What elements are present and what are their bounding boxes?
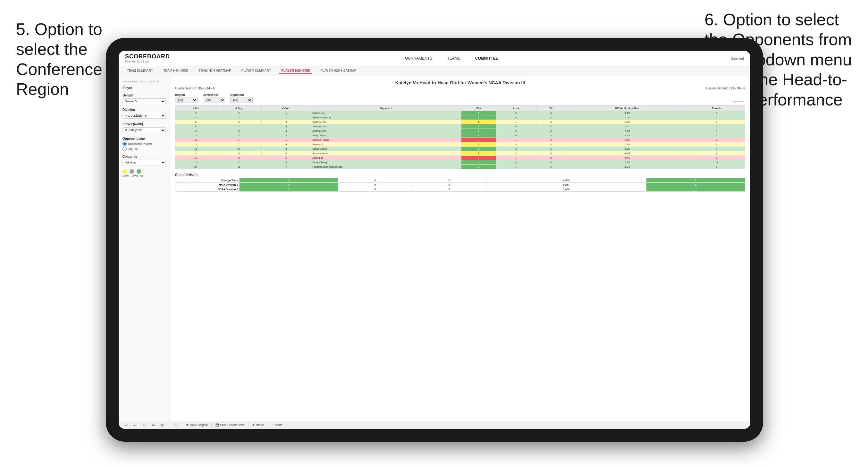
cell-reg: 6: [216, 129, 261, 133]
gender-select[interactable]: Women's: [123, 98, 166, 104]
nav-committee[interactable]: COMMITTEE: [473, 55, 501, 62]
division-select[interactable]: NCAA Division III: [123, 113, 166, 119]
cell-div: 6: [176, 120, 216, 124]
cell-div: 19: [176, 160, 216, 165]
cell-win: 1: [461, 115, 496, 120]
cell-tie: 0: [536, 129, 566, 133]
nav-tournaments[interactable]: TOURNAMENTS: [400, 55, 435, 62]
grid-icon[interactable]: ⊞: [160, 423, 165, 428]
colour-by-select[interactable]: Win/loss: [123, 160, 166, 165]
cell-conf: 5: [261, 133, 311, 138]
subnav-team-h2h-grid[interactable]: TEAM H2H GRID: [162, 68, 190, 74]
cell-loss: 1: [496, 165, 536, 169]
cell-opponent: Euna Lee: [311, 156, 461, 160]
cell-tie: 0: [536, 142, 566, 147]
table-row: 19 10 6 Emily Chang 4 0 0 0.30 11: [176, 160, 745, 165]
player-rank-select[interactable]: 8. Katelyn Vo: [123, 127, 166, 133]
division-label: Division: [123, 108, 166, 112]
subnav-player-h2h-heatmap[interactable]: PLAYER H2H HEATMAP: [318, 68, 358, 74]
nav-teams[interactable]: TEAMS: [444, 55, 463, 62]
radio-top100[interactable]: Top 100: [123, 147, 166, 151]
cell-tie: 0: [536, 124, 566, 129]
cell-loss: 1: [496, 156, 536, 160]
radio-opponents-played[interactable]: Opponents Played: [123, 142, 166, 146]
subnav-team-h2h-heatmap[interactable]: TEAM H2H HEATMAP: [197, 68, 233, 74]
cell-reg: 3: [216, 120, 261, 124]
player-rank-label: Player (Rank): [123, 122, 166, 126]
opponent-view-section: Opponent view Opponents Played Top 100: [123, 137, 166, 151]
share-btn[interactable]: ↑ Share: [272, 424, 282, 427]
cell-tie: 0: [536, 165, 566, 169]
watch-btn[interactable]: 👁 Watch: [252, 424, 264, 427]
undo2-icon[interactable]: ↩: [133, 423, 138, 428]
cell-rounds: 3: [688, 115, 745, 120]
opponent-view-radio-group: Opponents Played Top 100: [123, 142, 166, 151]
cell-opponent: Esther Lee: [311, 111, 461, 115]
cell-out-tie: 0: [412, 187, 486, 192]
cell-diff: 0.30: [566, 160, 688, 165]
cell-diff: -0.94: [566, 151, 688, 156]
cell-div: 11: [176, 133, 216, 138]
cell-opponent: Federica Domecq Lacroze: [311, 165, 461, 169]
redo-icon[interactable]: ↪: [142, 423, 147, 428]
cell-opponent: Sydney Kuo: [311, 120, 461, 124]
cell-diff: 0.38: [566, 142, 688, 147]
cell-div: 10: [176, 129, 216, 133]
cell-out-name: Foreign Team: [176, 178, 240, 183]
cell-diff: 4.00: [566, 129, 688, 133]
subnav-player-summary[interactable]: PLAYER SUMMARY: [240, 68, 273, 74]
cell-win: 1: [461, 151, 496, 156]
cell-win: 4: [461, 160, 496, 165]
main-nav: TOURNAMENTS TEAMS COMMITTEE: [400, 55, 501, 62]
undo-icon[interactable]: ↩: [124, 423, 129, 428]
cell-diff: 1.33: [566, 165, 688, 169]
sign-out[interactable]: Sign out: [731, 56, 744, 60]
table-row: 15 8 5 Stella Cheng 1 0 0 1.25 4: [176, 147, 745, 151]
logo: SCOREBOARD Powered by clippd: [125, 53, 170, 63]
subnav-player-h2h-grid[interactable]: PLAYER H2H GRID: [279, 68, 312, 74]
gender-section: Gender Women's: [123, 94, 166, 104]
th-conf: # Conf: [261, 106, 311, 111]
table-row: 6 3 3 Sydney Kuo 1 1 0 -1.00 3: [176, 120, 745, 124]
cell-win: 1: [461, 124, 496, 129]
cell-tie: 0: [536, 111, 566, 115]
left-panel: Last Updated: 27/03/2024 14:34 Player Ge…: [119, 76, 170, 421]
cell-out-win: 15: [240, 183, 338, 187]
cell-conf: 2: [261, 156, 311, 160]
cell-reg: 8: [216, 147, 261, 151]
cell-div: 3: [176, 111, 216, 115]
cell-diff: -1.00: [566, 120, 688, 124]
cell-opponent: Eunice Yi: [311, 142, 461, 147]
cell-out-diff: 7.400: [487, 187, 646, 192]
toolbar-divider-3: [211, 423, 212, 428]
colour-by-label: Colour by: [123, 155, 166, 158]
cell-out-loss: 0: [338, 187, 412, 192]
label-up: Up: [141, 174, 144, 177]
cell-diff: -5.00: [566, 156, 688, 160]
cell-out-name: NCAA Division 2: [176, 187, 240, 192]
cell-reg: 1: [216, 124, 261, 129]
th-opponent: Opponent: [311, 106, 461, 111]
region-select[interactable]: (All): [175, 97, 197, 103]
opponent-select[interactable]: (All): [230, 97, 253, 103]
colour-by-section: Colour by Win/loss: [123, 155, 166, 165]
cell-out-tie: 0: [412, 178, 486, 183]
player-rank-section: Player (Rank) 8. Katelyn Vo: [123, 122, 166, 133]
cell-rounds: 6: [688, 165, 745, 169]
settings-icon[interactable]: ⚙: [151, 423, 156, 428]
conference-select[interactable]: (All): [203, 97, 225, 103]
cell-out-win: 5: [240, 187, 338, 192]
colour-labels: Down Level Up: [123, 174, 166, 177]
out-div-row: NAIA Division 1 15 0 0 9.267 30: [176, 183, 745, 187]
cell-diff: 3.67: [566, 124, 688, 129]
save-custom-view-btn[interactable]: 💾 Save Custom View: [215, 424, 244, 427]
subnav-team-summary[interactable]: TEAM SUMMARY: [125, 68, 155, 74]
circle-up: [136, 169, 141, 174]
cell-div: 5: [176, 115, 216, 120]
player-label: Player: [123, 86, 166, 90]
clock-icon[interactable]: 🕐: [173, 423, 178, 428]
tablet-screen: SCOREBOARD Powered by clippd TOURNAMENTS…: [119, 51, 750, 429]
view-original-btn[interactable]: 👁 View: Original: [186, 424, 208, 427]
gender-label: Gender: [123, 94, 166, 97]
cell-out-diff: 9.267: [487, 183, 646, 187]
